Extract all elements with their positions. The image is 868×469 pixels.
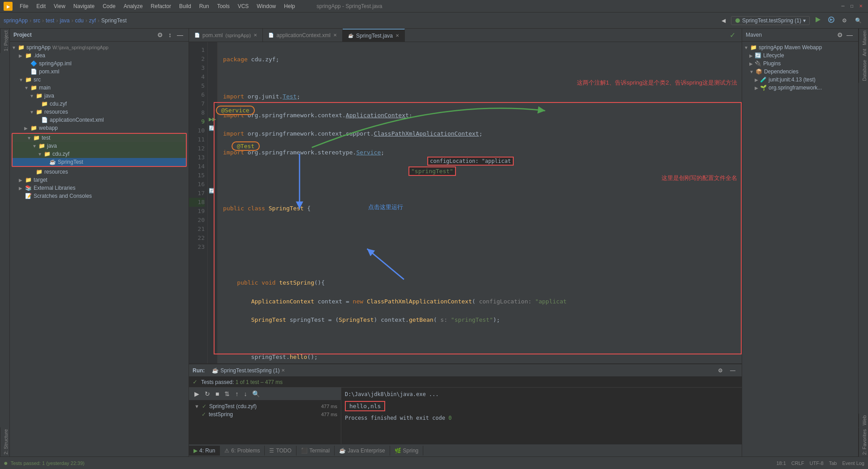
check-button[interactable]: ✓ xyxy=(727,29,738,41)
tab-appctx[interactable]: 📄 applicationContext.xml ✕ xyxy=(263,29,343,42)
src-folder-icon: 📁 xyxy=(25,77,32,83)
breadcrumb-src[interactable]: src xyxy=(33,17,40,24)
maven-item-spring[interactable]: ▶ 🌱 org.springframework... xyxy=(742,84,858,92)
run-sort-asc-button[interactable]: ↑ xyxy=(233,389,240,398)
bottom-tab-spring[interactable]: 🌿 Spring xyxy=(390,446,424,456)
maven-item-lifecycle[interactable]: ▶ 🔄 Lifecycle xyxy=(742,51,858,60)
tree-item-cdu-zyf-main[interactable]: 📁 cdu.zyf xyxy=(10,100,189,108)
maven-item-dependencies[interactable]: ▼ 📦 Dependencies xyxy=(742,68,858,76)
breadcrumb-zyf[interactable]: zyf xyxy=(89,17,96,24)
run-config-label: SpringTest.testSpring (1) xyxy=(742,17,801,24)
code-content[interactable]: package cdu.zyf; import org.junit.Test; … xyxy=(218,42,742,363)
menu-window[interactable]: Window xyxy=(253,2,279,11)
database-side-label[interactable]: Database xyxy=(859,58,868,83)
tab-pom-close[interactable]: ✕ xyxy=(254,33,257,38)
run-item-testspring[interactable]: ✓ testSpring 477 ms xyxy=(191,410,339,418)
menu-analyze[interactable]: Analyze xyxy=(120,2,146,11)
run-item-springtest[interactable]: ▼ ✓ SpringTest (cdu.zyf) 477 ms xyxy=(191,402,339,410)
maven-item-junit[interactable]: ▶ 🧪 junit:junit:4.13 (test) xyxy=(742,76,858,84)
menu-refactor[interactable]: Refactor xyxy=(147,2,175,11)
tree-item-ext-libs[interactable]: ▶ 📚 External Libraries xyxy=(10,184,189,192)
tree-item-springtest[interactable]: ☕ SpringTest xyxy=(13,158,186,166)
run-search-button[interactable]: 🔍 xyxy=(250,389,262,398)
menu-build[interactable]: Build xyxy=(176,2,195,11)
tree-item-idea[interactable]: ▶ 📁 .idea xyxy=(10,51,189,60)
structure-side-label[interactable]: 2: Structure xyxy=(0,427,9,456)
bottom-tab-run[interactable]: ▶ 4: Run xyxy=(189,446,220,456)
menu-file[interactable]: File xyxy=(16,2,32,11)
run-sort-desc-button[interactable]: ↓ xyxy=(242,389,249,398)
maven-side-label[interactable]: Maven xyxy=(859,29,868,47)
tree-item-springapp[interactable]: ▼ 📁 springApp W:\java_spring\springApp xyxy=(10,43,189,51)
run-play-button[interactable]: ▶ xyxy=(193,389,201,398)
tree-item-java-test[interactable]: ▼ 📁 java xyxy=(13,142,186,150)
line-numbers: 1 2 3 4 5 6 7 8 9 10 11 12 13 14 15 16 1 xyxy=(189,42,208,363)
tree-item-test[interactable]: ▼ 📁 test xyxy=(13,134,186,142)
tree-item-src[interactable]: ▼ 📁 src xyxy=(10,76,189,84)
tree-item-main[interactable]: ▼ 📁 main xyxy=(10,84,189,92)
tree-item-java-main[interactable]: ▼ 📁 java xyxy=(10,92,189,100)
breadcrumb-test[interactable]: test xyxy=(46,17,54,24)
menu-tools[interactable]: Tools xyxy=(214,2,233,11)
tree-item-webapp[interactable]: ▶ 📁 webapp xyxy=(10,124,189,132)
breadcrumb-project[interactable]: springApp xyxy=(4,17,28,24)
menu-vcs[interactable]: VCS xyxy=(234,2,253,11)
run-rerun-button[interactable]: ↻ xyxy=(203,389,212,398)
gutter-run-icon-9[interactable]: ▶▶ xyxy=(209,116,216,122)
hide-icon[interactable]: — xyxy=(175,30,185,39)
tree-item-target[interactable]: ▶ 📁 target xyxy=(10,176,189,184)
breadcrumb-java[interactable]: java xyxy=(60,17,69,24)
bottom-tab-todo[interactable]: ☰ TODO xyxy=(265,446,296,456)
tree-item-cdu-zyf-test[interactable]: ▼ 📁 cdu.zyf xyxy=(13,150,186,158)
tree-item-resources-test[interactable]: 📁 resources xyxy=(10,168,189,176)
web-side-label[interactable]: Web xyxy=(859,414,868,427)
breadcrumb-cdu[interactable]: cdu xyxy=(75,17,83,24)
close-button[interactable]: ✕ xyxy=(857,3,864,10)
tree-item-scratches[interactable]: 📝 Scratches and Consoles xyxy=(10,192,189,200)
menu-help[interactable]: Help xyxy=(280,2,299,11)
menu-code[interactable]: Code xyxy=(99,2,119,11)
debug-button[interactable] xyxy=(826,15,837,26)
gutter-refresh-icon[interactable]: 🔄 xyxy=(209,125,215,131)
run-stop-button[interactable]: ■ xyxy=(214,389,221,398)
menu-edit[interactable]: Edit xyxy=(33,2,49,11)
bottom-tab-terminal[interactable]: ⬛ Terminal xyxy=(296,446,335,456)
run-hide-button[interactable]: — xyxy=(727,366,738,375)
collapse-icon[interactable]: ↕ xyxy=(167,30,173,39)
favorites-side-label[interactable]: 2: Favorites xyxy=(859,427,868,456)
tab-pom-xml[interactable]: 📄 pom.xml (springApp) ✕ xyxy=(189,29,263,42)
settings-button[interactable]: ⚙ xyxy=(839,16,850,26)
search-button[interactable]: 🔍 xyxy=(852,16,864,26)
tab-springtest[interactable]: ☕ SpringTest.java ✕ xyxy=(343,29,405,42)
maven-settings-button[interactable]: ⚙ xyxy=(835,30,845,39)
project-side-label[interactable]: 1: Project xyxy=(0,29,9,53)
back-button[interactable]: ◀ xyxy=(719,16,728,26)
run-config-dropdown[interactable]: SpringTest.testSpring (1) ▾ xyxy=(731,16,810,25)
tree-item-appctx[interactable]: 📄 applicationContext.xml xyxy=(10,116,189,124)
run-button[interactable] xyxy=(812,15,823,26)
run-settings-button[interactable]: ⚙ xyxy=(715,366,726,375)
run-tab-springtest[interactable]: ☕ SpringTest.testSpring (1) ✕ xyxy=(208,366,288,375)
run-filter-button[interactable]: ⇅ xyxy=(223,389,232,398)
settings-gear-icon[interactable]: ⚙ xyxy=(155,30,165,39)
tab-springtest-close[interactable]: ✕ xyxy=(395,33,399,38)
tab-appctx-close[interactable]: ✕ xyxy=(333,33,337,38)
minimize-button[interactable]: ─ xyxy=(839,3,847,10)
menu-navigate[interactable]: Navigate xyxy=(70,2,98,11)
run-tab-close[interactable]: ✕ xyxy=(281,368,285,373)
tree-item-iml[interactable]: 🔷 springApp.iml xyxy=(10,60,189,68)
maven-hide-button[interactable]: — xyxy=(845,30,855,39)
gutter-run-icon-13[interactable]: 🔄 xyxy=(209,188,215,194)
bottom-tab-problems[interactable]: ⚠ 6: Problems xyxy=(220,446,265,456)
springtest-file-icon: ☕ xyxy=(49,159,56,165)
maximize-button[interactable]: □ xyxy=(848,3,855,10)
tree-item-resources-main[interactable]: ▼ 📁 resources xyxy=(10,108,189,116)
statusbar-eventlog[interactable]: Event Log xyxy=(842,460,864,466)
menu-view[interactable]: View xyxy=(50,2,69,11)
maven-item-plugins[interactable]: ▶ 🔌 Plugins xyxy=(742,60,858,68)
tree-item-pom[interactable]: 📄 pom.xml xyxy=(10,68,189,76)
ant-side-label[interactable]: Ant xyxy=(859,47,868,58)
bottom-tab-java-enterprise[interactable]: ☕ Java Enterprise xyxy=(335,446,390,456)
menu-run[interactable]: Run xyxy=(196,2,213,11)
maven-item-app[interactable]: ▼ 📁 springApp Maven Webapp xyxy=(742,43,858,51)
